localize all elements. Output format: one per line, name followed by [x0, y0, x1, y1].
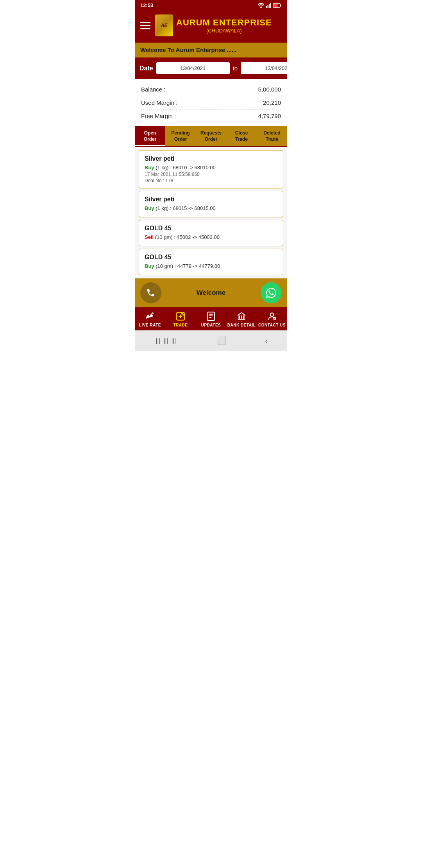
phone-icon [146, 288, 156, 298]
status-time: 12:53 [140, 2, 153, 8]
account-info: Balance : 5,00,000 Used Margin : 20,210 … [135, 79, 287, 126]
trade-detail-3: Sell (10 gm) : 45002 -> 45002.00 [145, 234, 277, 240]
trade-dealno-1: Deal No : 178 [145, 178, 277, 183]
hamburger-menu[interactable] [140, 22, 150, 29]
trade-datetime-1: 17 Mar 2021 11:55:58:660 [145, 172, 277, 177]
trade-card-1[interactable]: Silver peti Buy (1 kg) : 68010 -> 68010.… [139, 150, 283, 188]
date-filter: Date to Search [135, 57, 287, 79]
phone-fab-button[interactable] [140, 282, 161, 303]
free-margin-label: Free Margin : [141, 113, 176, 119]
system-nav-home[interactable]: ⬜ [210, 334, 232, 347]
svg-rect-7 [281, 4, 282, 6]
nav-item-updates[interactable]: UPDATES [196, 310, 226, 328]
svg-rect-6 [274, 4, 278, 7]
trade-icon [175, 311, 186, 321]
svg-rect-1 [266, 6, 267, 8]
tab-close-trade[interactable]: CloseTrade [226, 126, 257, 146]
svg-rect-14 [238, 319, 245, 320]
trade-card-4[interactable]: GOLD 45 Buy (10 gm) : 44779 -> 44779.00 [139, 249, 283, 275]
trade-type-1: Buy [145, 165, 154, 170]
logo-badge: AE [155, 14, 173, 36]
svg-point-15 [270, 313, 274, 317]
signal-icon [266, 3, 272, 8]
live-rate-icon [145, 311, 155, 321]
nav-item-contact-us[interactable]: CONTACT US [257, 310, 287, 328]
logo-area: AE AURUM ENTERPRISE (CHUDAWALA) [155, 14, 272, 36]
system-nav-bar: ⫼⫼⫼ ⬜ ‹ [135, 330, 287, 351]
from-date-input[interactable] [156, 62, 230, 74]
svg-rect-2 [268, 5, 269, 8]
svg-rect-12 [241, 316, 242, 319]
svg-rect-13 [243, 316, 244, 319]
app-main-title: AURUM ENTERPRISE [176, 18, 272, 28]
wifi-icon [257, 3, 265, 8]
battery-icon [273, 3, 282, 8]
trade-card-2[interactable]: Silver peti Buy (1 kg) : 68015 -> 68015.… [139, 191, 283, 217]
trade-name-4: GOLD 45 [145, 254, 277, 261]
tab-open-order[interactable]: OpenOrder [135, 126, 165, 146]
svg-point-0 [260, 6, 262, 8]
svg-rect-3 [269, 4, 270, 8]
order-tabs: OpenOrder PendingOrder RequestsOrder Clo… [135, 126, 287, 147]
tab-pending-order[interactable]: PendingOrder [165, 126, 196, 146]
trade-name-3: GOLD 45 [145, 225, 277, 232]
tab-requests-order[interactable]: RequestsOrder [196, 126, 226, 146]
used-margin-row: Used Margin : 20,210 [141, 96, 281, 109]
system-nav-back[interactable]: ‹ [259, 335, 274, 347]
used-margin-value: 20,210 [263, 99, 281, 106]
svg-rect-11 [238, 316, 240, 319]
status-icons [257, 3, 282, 8]
welcome-text: Welcome To Aurum Enterprise ...... [140, 47, 236, 53]
trade-detail-2: Buy (1 kg) : 68015 -> 68015.00 [145, 205, 277, 211]
bottom-action-title: Welcome [161, 289, 261, 297]
free-margin-value: 4,79,790 [258, 113, 281, 119]
whatsapp-fab-button[interactable] [261, 282, 282, 303]
balance-label: Balance : [141, 86, 166, 93]
free-margin-row: Free Margin : 4,79,790 [141, 109, 281, 122]
app-sub-title: (CHUDAWALA) [176, 28, 272, 34]
trade-name-1: Silver peti [145, 155, 277, 162]
svg-rect-4 [270, 3, 272, 8]
to-label: to [233, 65, 238, 72]
bottom-action-bar: Welcome [135, 278, 287, 307]
trade-type-2: Buy [145, 205, 154, 211]
bottom-nav: LIVE RATE TRADE UPDATES BANK DETAIL [135, 307, 287, 330]
whatsapp-icon [266, 288, 276, 298]
tab-deleted-trade[interactable]: DeletedTrade [257, 126, 287, 146]
nav-label-updates: UPDATES [201, 323, 221, 327]
header-title: AURUM ENTERPRISE (CHUDAWALA) [176, 18, 272, 34]
nav-label-live-rate: LIVE RATE [139, 323, 161, 327]
welcome-banner: Welcome To Aurum Enterprise ...... [135, 43, 287, 57]
to-date-input[interactable] [241, 62, 287, 74]
date-label: Date [139, 65, 153, 72]
balance-row: Balance : 5,00,000 [141, 83, 281, 96]
nav-label-contact-us: CONTACT US [258, 323, 286, 327]
used-margin-label: Used Margin : [141, 99, 177, 106]
nav-item-bank-detail[interactable]: BANK DETAIL [226, 310, 257, 328]
trade-detail-4: Buy (10 gm) : 44779 -> 44779.00 [145, 263, 277, 269]
nav-label-bank-detail: BANK DETAIL [227, 323, 256, 327]
nav-label-trade: TRADE [173, 323, 188, 327]
app-header: AE AURUM ENTERPRISE (CHUDAWALA) [135, 11, 287, 43]
contact-us-icon [267, 311, 277, 321]
trade-type-3: Sell [145, 234, 154, 240]
trade-card-3[interactable]: GOLD 45 Sell (10 gm) : 45002 -> 45002.00 [139, 220, 283, 246]
bank-icon [236, 311, 247, 321]
updates-icon [206, 311, 216, 321]
balance-value: 5,00,000 [258, 86, 281, 93]
nav-item-trade[interactable]: TRADE [165, 310, 196, 328]
trade-type-4: Buy [145, 263, 154, 269]
trade-detail-1: Buy (1 kg) : 68010 -> 68010.00 [145, 165, 277, 170]
trade-name-2: Silver peti [145, 196, 277, 203]
nav-item-live-rate[interactable]: LIVE RATE [135, 310, 165, 328]
system-nav-menu[interactable]: ⫼⫼⫼ [148, 335, 184, 347]
status-bar: 12:53 [135, 0, 287, 11]
trade-list: Silver peti Buy (1 kg) : 68010 -> 68010.… [135, 147, 287, 278]
